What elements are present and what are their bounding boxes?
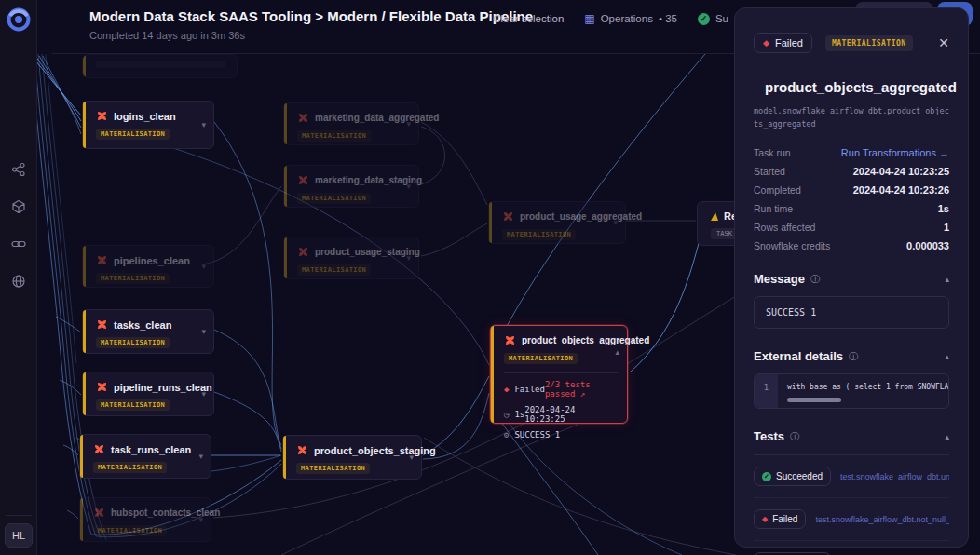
collapse-icon[interactable]: ▴ bbox=[945, 275, 949, 284]
dbt-icon bbox=[96, 110, 108, 122]
node-finished-at: 2024-04-24 10:23:25 bbox=[524, 405, 618, 424]
node-type-badge: MATERIALISATION bbox=[297, 264, 371, 276]
node-label: product_objects_aggregated bbox=[522, 335, 649, 345]
graph-node-marketing-data-staging[interactable]: marketing_data_staging ▾ MATERIALISATION bbox=[283, 165, 419, 208]
node-accent-bar bbox=[489, 202, 492, 243]
node-type-badge: MATERIALISATION bbox=[96, 337, 170, 348]
graph-node-hubspot-contacts-clean[interactable]: hubspot_contacts_clean ▾ MATERIALISATION bbox=[79, 497, 211, 542]
node-accent-bar bbox=[80, 498, 83, 541]
page-title: Modern Data Stack SAAS Tooling > Modern … bbox=[89, 8, 533, 24]
node-accent-bar bbox=[83, 372, 86, 415]
node-label: pipelines_clean bbox=[114, 255, 190, 266]
chevron-up-icon[interactable]: ▴ bbox=[615, 347, 619, 357]
operations-filter-chip[interactable]: ▦ Operations • 35 bbox=[584, 12, 677, 25]
graph-node-logins-clean[interactable]: logins_clean ▾ MATERIALISATION bbox=[82, 101, 214, 149]
graph-node-product-objects-aggregated-selected[interactable]: product_objects_aggregated ▴ MATERIALISA… bbox=[490, 325, 628, 424]
node-message: SUCCESS 1 bbox=[514, 430, 560, 440]
horizontal-scrollbar[interactable] bbox=[787, 398, 841, 402]
failed-diamond-icon: ◆ bbox=[763, 38, 769, 47]
chevron-down-icon[interactable]: ▾ bbox=[198, 515, 203, 524]
node-label: product_usage_staging bbox=[315, 247, 420, 257]
graph-node-product-usage-aggregated[interactable]: product_usage_aggregated ▾ MATERIALISATI… bbox=[488, 201, 626, 244]
link-icon[interactable] bbox=[11, 237, 26, 251]
chevron-down-icon[interactable]: ▾ bbox=[198, 452, 203, 461]
app-logo[interactable] bbox=[7, 7, 31, 32]
kv-row-snowflake-credits: Snowflake credits 0.000033 bbox=[754, 240, 949, 251]
node-accent-bar bbox=[80, 435, 83, 478]
graph-node-marketing-data-aggregated[interactable]: marketing_data_aggregated ▾ MATERIALISAT… bbox=[283, 102, 419, 145]
node-label: product_usage_aggregated bbox=[520, 211, 642, 222]
chevron-down-icon[interactable]: ▾ bbox=[406, 119, 411, 129]
kv-row-task-run: Task run Run Transformations → bbox=[754, 147, 949, 158]
dbt-icon bbox=[297, 174, 309, 186]
chevron-down-icon[interactable]: ▾ bbox=[201, 327, 206, 336]
succeeded-filter-chip[interactable]: ✓ Su bbox=[698, 13, 728, 25]
node-accent-bar bbox=[83, 246, 86, 287]
graph-node-pipelines-clean[interactable]: pipelines_clean ▾ MATERIALISATION bbox=[82, 245, 214, 288]
graph-icon[interactable] bbox=[11, 162, 26, 177]
test-row: ✓ Succeeded test.snowflake_airflow_dbt.n… bbox=[754, 541, 949, 555]
close-icon[interactable]: ✕ bbox=[938, 35, 949, 50]
node-tests-summary-link[interactable]: 2/3 tests passed ↗ bbox=[545, 380, 618, 399]
node-partial-stripe bbox=[96, 61, 225, 68]
node-accent-bar bbox=[83, 55, 86, 77]
dbt-icon bbox=[93, 443, 105, 455]
clear-selection-button[interactable]: Clear selection bbox=[493, 13, 564, 24]
kv-row-completed: Completed 2024-04-24 10:23:26 bbox=[754, 184, 949, 196]
failed-diamond-icon: ◆ bbox=[762, 515, 768, 523]
node-divider bbox=[504, 372, 618, 373]
cube-icon[interactable] bbox=[11, 199, 26, 214]
grid-icon: ▦ bbox=[584, 12, 594, 25]
globe-icon[interactable] bbox=[11, 274, 26, 289]
sidebar: HL bbox=[0, 0, 37, 555]
node-status: Failed bbox=[514, 385, 545, 394]
graph-node-pipeline-runs-clean[interactable]: pipeline_runs_clean ▾ MATERIALISATION bbox=[82, 372, 214, 416]
user-avatar[interactable]: HL bbox=[5, 523, 33, 548]
collapse-icon[interactable]: ▴ bbox=[945, 352, 949, 361]
node-type-badge: MATERIALISATION bbox=[297, 130, 371, 142]
chevron-down-icon[interactable]: ▾ bbox=[406, 253, 411, 263]
node-label: pipeline_runs_clean bbox=[114, 382, 212, 393]
graph-node-product-objects-staging[interactable]: product_objects_staging ▾ MATERIALISATIO… bbox=[282, 435, 422, 480]
graph-node-task-runs-clean[interactable]: task_runs_clean ▾ MATERIALISATION bbox=[79, 434, 211, 479]
test-status-badge: ◆ Failed bbox=[754, 509, 806, 529]
model-identifier: model.snowflake_airflow_dbt.product_obje… bbox=[754, 105, 949, 130]
collapse-icon[interactable]: ▴ bbox=[945, 432, 949, 441]
status-badge: ◆ Failed bbox=[754, 33, 812, 53]
node-accent-bar bbox=[284, 103, 287, 144]
chevron-down-icon[interactable]: ▾ bbox=[201, 120, 206, 129]
task-run-link[interactable]: Run Transformations → bbox=[841, 147, 949, 158]
chevron-down-icon[interactable]: ▾ bbox=[201, 389, 206, 399]
message-content: SUCCESS 1 bbox=[754, 296, 949, 329]
tests-section-header: Tests ⓘ ▴ bbox=[754, 429, 949, 443]
run-summary: Completed 14 days ago in 3m 36s bbox=[89, 30, 245, 41]
graph-node-tasks-clean[interactable]: tasks_clean ▾ MATERIALISATION bbox=[82, 309, 214, 354]
details-panel: ◆ Failed MATERIALISATION ✕ product_objec… bbox=[734, 7, 969, 548]
gear-icon: ⚙ bbox=[504, 430, 509, 440]
dbt-icon bbox=[297, 112, 309, 124]
chart-triangle-icon bbox=[711, 212, 718, 221]
graph-node-partial[interactable] bbox=[82, 54, 238, 78]
chevron-down-icon[interactable]: ▾ bbox=[201, 262, 206, 271]
node-type-badge: MATERIALISATION bbox=[96, 273, 170, 284]
chevron-down-icon[interactable]: ▾ bbox=[613, 218, 618, 227]
external-details-section-header: External details ⓘ ▴ bbox=[754, 349, 949, 363]
code-line-number: 1 bbox=[755, 374, 778, 408]
sql-code-block: 1 with base as ( select 1 from SNOWFLAKE bbox=[754, 373, 949, 409]
test-row: ◆ Failed test.snowflake_airflow_dbt.not_… bbox=[754, 498, 949, 541]
test-row: ✓ Succeeded test.snowflake_airflow_dbt.u… bbox=[754, 455, 949, 498]
dbt-icon bbox=[504, 334, 516, 346]
node-type-badge: MATERIALISATION bbox=[504, 353, 578, 364]
info-icon: ⓘ bbox=[790, 430, 799, 443]
node-label: tasks_clean bbox=[114, 319, 171, 331]
clock-icon: ◷ bbox=[504, 410, 509, 419]
node-run-time: 1s bbox=[514, 410, 524, 419]
chevron-down-icon[interactable]: ▾ bbox=[406, 182, 411, 191]
chevron-down-icon[interactable]: ▾ bbox=[409, 453, 414, 462]
test-link[interactable]: test.snowflake_airflow_dbt.not_null_pr bbox=[815, 515, 949, 524]
graph-node-product-usage-staging[interactable]: product_usage_staging ▾ MATERIALISATION bbox=[283, 237, 419, 279]
test-link[interactable]: test.snowflake_airflow_dbt.unique_pro bbox=[840, 472, 949, 481]
node-type-badge: MATERIALISATION bbox=[296, 463, 370, 474]
kv-row-rows-affected: Rows affected 1 bbox=[754, 222, 949, 233]
kv-row-run-time: Run time 1s bbox=[754, 203, 949, 214]
